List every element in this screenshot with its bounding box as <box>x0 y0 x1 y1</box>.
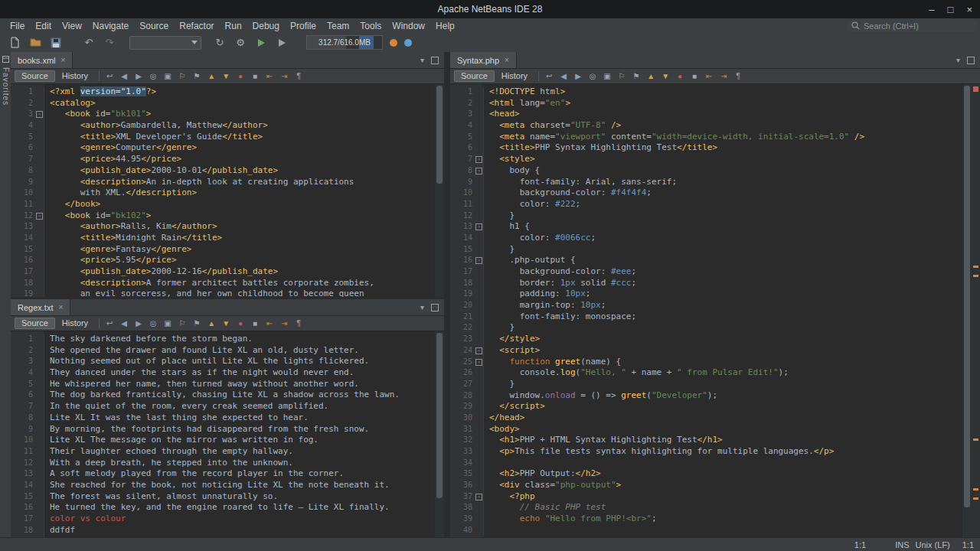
new-file-icon[interactable] <box>8 36 21 50</box>
line-number[interactable]: 38 <box>450 502 475 514</box>
previous-error-icon[interactable]: ▲ <box>645 70 657 83</box>
stop-macro-icon[interactable]: ■ <box>249 318 261 330</box>
code-text[interactable]: <book id="bk102"> <box>44 210 151 222</box>
settings-icon[interactable]: ⚙ <box>234 36 247 50</box>
code-text[interactable]: He turned the key, and the engine roared… <box>44 502 390 514</box>
line-number[interactable]: 16 <box>450 255 475 266</box>
code-text[interactable]: <body> <box>484 424 520 435</box>
fold-column[interactable] <box>475 132 484 143</box>
code-text[interactable]: Lite XL It was the last thing she expect… <box>44 412 309 424</box>
toggle-comment-icon[interactable]: ¶ <box>292 318 305 330</box>
error-mark[interactable] <box>973 266 978 268</box>
fold-column[interactable] <box>36 221 44 233</box>
line-number[interactable]: 11 <box>450 199 475 210</box>
previous-bookmark-icon[interactable]: ⚐ <box>176 70 188 83</box>
code-text[interactable]: A soft melody played from the record pla… <box>44 468 344 480</box>
code-text[interactable]: <?php <box>484 491 535 503</box>
toggle-comment-icon[interactable]: ¶ <box>292 70 305 83</box>
code-text[interactable]: <genre>Computer</genre> <box>44 142 197 154</box>
line-number[interactable]: 13 <box>11 468 36 480</box>
code-text[interactable]: console.log("Hello, " + name + " from Pu… <box>484 367 789 379</box>
history-view-button[interactable]: History <box>495 70 534 82</box>
line-number[interactable]: 9 <box>11 424 36 435</box>
previous-error-icon[interactable]: ▲ <box>205 318 217 330</box>
code-text[interactable]: </book> <box>44 199 100 210</box>
code-text[interactable]: ddfdf <box>44 525 75 536</box>
fold-column[interactable] <box>36 165 44 177</box>
line-number[interactable]: 1 <box>11 334 36 345</box>
fold-column[interactable] <box>36 514 44 525</box>
refresh-icon[interactable]: ↻ <box>213 36 227 50</box>
fold-column[interactable] <box>475 458 484 469</box>
line-number[interactable]: 5 <box>450 132 475 143</box>
line-number[interactable]: 9 <box>11 177 36 188</box>
fold-toggle-icon[interactable]: - <box>475 168 482 174</box>
fold-column[interactable] <box>36 278 44 289</box>
code-text[interactable]: <publish_date>2000-10-01</publish_date> <box>44 165 278 177</box>
code-text[interactable]: } <box>484 210 514 222</box>
line-number[interactable]: 5 <box>11 132 36 143</box>
error-mark[interactable] <box>973 488 978 491</box>
fold-column[interactable] <box>36 468 44 480</box>
fold-column[interactable] <box>475 435 484 446</box>
code-text[interactable]: h1 { <box>484 221 530 233</box>
code-text[interactable]: <description>An in-depth look at creatin… <box>44 177 354 188</box>
shift-right-icon[interactable]: ⇥ <box>717 70 730 83</box>
fold-column[interactable] <box>36 120 44 132</box>
code-text[interactable]: By morning, the footprints had disappear… <box>44 424 369 435</box>
fold-column[interactable] <box>36 458 44 469</box>
last-edit-icon[interactable]: ↩ <box>103 70 116 83</box>
debug-project-icon[interactable] <box>275 36 289 50</box>
fold-column[interactable] <box>36 233 44 244</box>
source-view-button[interactable]: Source <box>15 318 55 329</box>
regex-scrollbar[interactable] <box>434 331 444 538</box>
line-number[interactable]: 17 <box>11 514 36 525</box>
line-number[interactable]: 2 <box>450 98 475 109</box>
tab-regex-txt[interactable]: Regex.txt × <box>11 299 70 315</box>
line-number[interactable]: 18 <box>11 278 36 289</box>
shift-left-icon[interactable]: ⇤ <box>263 318 276 330</box>
code-text[interactable]: } <box>484 244 514 256</box>
line-number[interactable]: 8 <box>450 165 475 177</box>
fold-column[interactable] <box>475 412 484 424</box>
fold-column[interactable] <box>36 177 44 188</box>
line-number[interactable]: 18 <box>450 278 475 289</box>
menu-view[interactable]: View <box>57 21 87 31</box>
back-icon[interactable]: ◀ <box>118 318 130 330</box>
code-text[interactable]: </head> <box>484 412 524 424</box>
source-view-button[interactable]: Source <box>15 70 55 82</box>
code-text[interactable]: font-family: monospace; <box>484 311 636 323</box>
code-text[interactable]: <meta charset="UTF-8" /> <box>484 120 621 132</box>
shift-right-icon[interactable]: ⇥ <box>278 318 290 330</box>
tab-list-icon[interactable]: ▾ <box>956 56 960 64</box>
line-number[interactable]: 40 <box>450 525 475 536</box>
fold-column[interactable] <box>475 86 484 98</box>
code-text[interactable]: an evil sorceress, and her own childhood… <box>44 289 364 297</box>
line-number[interactable]: 17 <box>11 266 36 278</box>
fold-column[interactable]: - <box>475 255 484 266</box>
apply-code-changes-icon[interactable] <box>404 39 412 47</box>
code-text[interactable]: He whispered her name, then turned away … <box>44 379 359 390</box>
fold-column[interactable] <box>475 390 484 402</box>
fold-column[interactable] <box>36 345 44 357</box>
minimize-icon[interactable]: – <box>929 4 934 15</box>
code-text[interactable]: Lite XL The message on the mirror was wr… <box>44 435 318 446</box>
fold-column[interactable] <box>475 177 484 188</box>
redo-icon[interactable]: ↷ <box>103 36 116 50</box>
code-text[interactable]: Their laughter echoed through the empty … <box>44 446 293 458</box>
fold-column[interactable] <box>36 401 44 412</box>
code-text[interactable]: <h1>PHP + HTML Syntax Highlighting Test<… <box>484 435 723 446</box>
fold-column[interactable]: - <box>475 491 484 503</box>
fold-column[interactable] <box>36 154 44 165</box>
close-tab-icon[interactable]: × <box>505 56 509 64</box>
code-text[interactable]: <description>A former architect battles … <box>44 278 374 289</box>
code-text[interactable]: // Basic PHP test <box>484 502 606 514</box>
fold-column[interactable] <box>36 244 44 256</box>
last-edit-icon[interactable]: ↩ <box>103 318 116 330</box>
menu-source[interactable]: Source <box>134 21 174 31</box>
error-mark[interactable] <box>973 275 978 277</box>
code-text[interactable]: She opened the drawer and found Lite XL … <box>44 345 359 357</box>
fold-column[interactable] <box>36 480 44 491</box>
fold-column[interactable]: - <box>475 357 484 368</box>
code-text[interactable] <box>484 525 489 536</box>
